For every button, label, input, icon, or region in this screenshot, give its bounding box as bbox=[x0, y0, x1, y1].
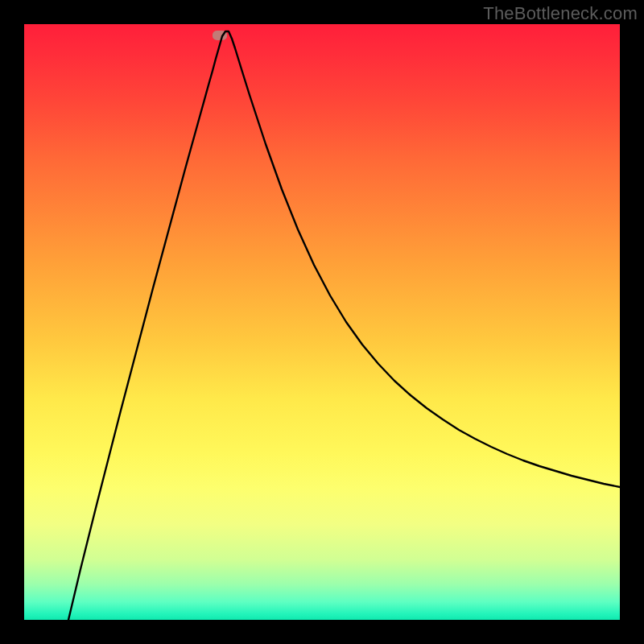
bottleneck-curve bbox=[24, 24, 620, 620]
watermark-text: TheBottleneck.com bbox=[483, 3, 638, 24]
curve-path bbox=[68, 31, 620, 620]
chart-frame: TheBottleneck.com bbox=[0, 0, 644, 644]
plot-area bbox=[24, 24, 620, 620]
